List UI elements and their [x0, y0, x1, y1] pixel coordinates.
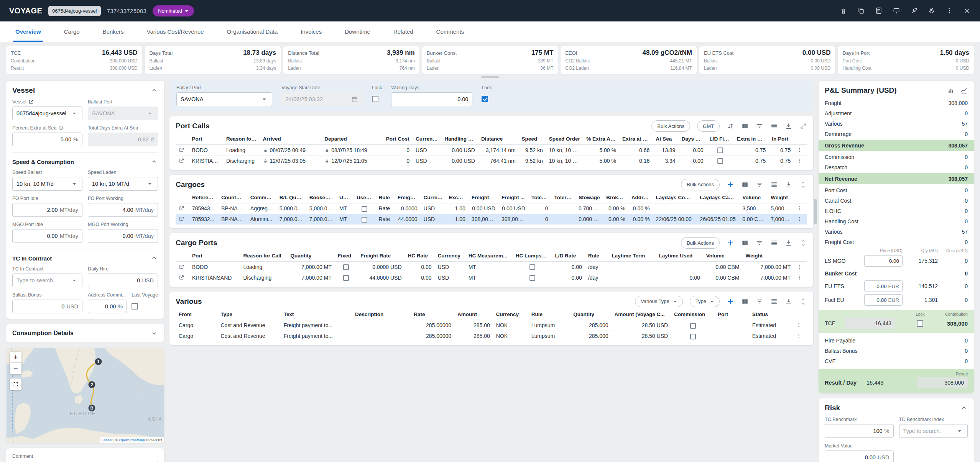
calendar-icon[interactable]: [351, 95, 358, 103]
external-link-icon[interactable]: [28, 99, 34, 105]
col-port-cost[interactable]: Port Cost: [383, 133, 413, 145]
tab-downtime[interactable]: Downtime: [333, 21, 382, 42]
col-hc-lumpsum[interactable]: HC Lumpsum: [513, 250, 552, 262]
col-text[interactable]: Text: [281, 309, 352, 320]
col-volume[interactable]: Volume: [739, 192, 768, 203]
row-checkbox[interactable]: [529, 264, 535, 270]
linkout-icon[interactable]: [179, 264, 184, 270]
fo-port-idle-input[interactable]: 2.00MT/day: [12, 203, 82, 217]
lsmgo-price-input[interactable]: 0.00: [864, 255, 903, 267]
col-extra-at[interactable]: % Extra At ...: [583, 133, 619, 145]
columns-icon[interactable]: [741, 122, 749, 130]
tab-cargo[interactable]: Cargo: [53, 21, 91, 42]
last-voyage-checkbox[interactable]: [132, 303, 138, 310]
col-weight[interactable]: Weight: [768, 192, 794, 203]
monitor-icon[interactable]: [893, 7, 900, 15]
download-icon[interactable]: [785, 122, 793, 130]
col-booked[interactable]: Booked ...: [306, 192, 336, 203]
col-extra-at-sea[interactable]: Extra at Sea: [619, 133, 653, 145]
map-marker-ballast[interactable]: B: [88, 405, 95, 412]
kebab-icon[interactable]: [797, 264, 802, 270]
kebab-icon[interactable]: [797, 147, 802, 153]
daily-hire-input[interactable]: 0USD: [88, 274, 158, 287]
col-l-d-rate[interactable]: L/D Rate: [552, 250, 585, 262]
chevron-up-icon[interactable]: [960, 404, 968, 412]
unfold-icon[interactable]: [799, 298, 807, 305]
col-reason-for-call[interactable]: Reason for Call: [240, 250, 287, 262]
close-icon[interactable]: [963, 7, 971, 15]
tab-invoices[interactable]: Invoices: [289, 21, 333, 42]
col-distance[interactable]: Distance: [478, 133, 519, 145]
density-icon[interactable]: [770, 239, 778, 247]
col-freight-rate[interactable]: Freight Rate: [357, 250, 404, 262]
map-canvas[interactable]: EUROPE ASIA 1 2 B: [6, 348, 164, 443]
kebab-icon[interactable]: [796, 333, 802, 339]
row-checkbox[interactable]: [343, 275, 349, 281]
scrollbar[interactable]: [814, 199, 817, 224]
linkout-icon[interactable]: [179, 216, 184, 222]
col-days-l-d[interactable]: Days L/D: [678, 133, 706, 145]
vessel-select[interactable]: 0675d4ajoug-vessel: [12, 106, 82, 120]
expand-icon[interactable]: [799, 122, 807, 130]
toolbar-button-bulk-actions[interactable]: Bulk Actions: [681, 179, 720, 190]
kebab-icon[interactable]: [945, 7, 953, 15]
col-rule[interactable]: Rule: [585, 250, 609, 262]
col-type[interactable]: Type: [218, 309, 281, 320]
add-icon[interactable]: [727, 239, 734, 247]
col-handling-c[interactable]: Handling C...: [441, 133, 478, 145]
map-marker-1[interactable]: 1: [95, 358, 102, 365]
linkout-icon[interactable]: [179, 205, 184, 211]
address-commission-input[interactable]: 0.00%: [88, 300, 127, 313]
row-checkbox[interactable]: [717, 147, 723, 153]
columns-icon[interactable]: [741, 298, 749, 305]
fo-port-working-input[interactable]: 4.00MT/day: [88, 203, 158, 217]
copy-icon[interactable]: [857, 7, 865, 15]
tc-benchmark-index-select[interactable]: Type to search.: [899, 424, 968, 438]
columns-icon[interactable]: [741, 181, 749, 188]
toolbar-button-bulk-actions[interactable]: Bulk Actions: [681, 237, 720, 249]
col-description[interactable]: Description: [352, 309, 411, 320]
filter-icon[interactable]: [756, 181, 763, 188]
col-laytime-term[interactable]: Laytime Term: [608, 250, 656, 262]
col-speed-order[interactable]: Speed Order: [546, 133, 584, 145]
col-toleran[interactable]: Toleran...: [528, 192, 551, 203]
mgo-port-working-input[interactable]: 0.00MT/day: [88, 229, 158, 243]
euets-price-input[interactable]: 0.00EUR: [864, 280, 903, 292]
market-value-input[interactable]: 0.00USD: [825, 451, 894, 462]
mgo-port-idle-input[interactable]: 0.00MT/day: [12, 229, 82, 243]
bar-chart-icon[interactable]: [947, 87, 955, 94]
columns-icon[interactable]: [741, 239, 749, 247]
col-exchan[interactable]: Exchan...: [446, 192, 469, 203]
toolbar-button-gmt[interactable]: GMT: [697, 120, 720, 132]
calculator-icon[interactable]: [875, 7, 883, 15]
col-fixed[interactable]: Fixed: [335, 250, 358, 262]
col-in-port[interactable]: In Port: [769, 133, 794, 145]
fueleu-price-input[interactable]: 0.00EUR: [864, 294, 903, 306]
tab-related[interactable]: Related: [382, 21, 425, 42]
toolbar-button-various-type[interactable]: Various Type: [635, 296, 683, 307]
zoom-in-button[interactable]: +: [10, 352, 21, 363]
tab-organisational-data[interactable]: Organisational Data: [215, 21, 289, 42]
col-broker-c[interactable]: Broker C...: [603, 192, 628, 203]
unfold-icon[interactable]: [799, 239, 807, 247]
add-icon[interactable]: [727, 181, 734, 188]
col-hc-rate[interactable]: HC Rate: [405, 250, 435, 262]
col-at-sea[interactable]: At Sea: [653, 133, 678, 145]
fullscreen-button[interactable]: [10, 378, 21, 390]
speed-ballast-select[interactable]: 10 kn, 10 MT/d: [12, 177, 82, 191]
map-marker-2[interactable]: 2: [88, 381, 95, 388]
density-icon[interactable]: [770, 181, 778, 188]
col-volume[interactable]: Volume: [703, 250, 743, 262]
waiting-days-lock-checkbox[interactable]: [482, 96, 488, 102]
table-row[interactable]: BODOLoading08/07/25 00:4908/07/25 18:490…: [176, 145, 807, 156]
trash-icon[interactable]: [840, 7, 847, 15]
col-commo[interactable]: Commo...: [247, 192, 276, 203]
density-icon[interactable]: [770, 298, 778, 305]
filter-icon[interactable]: [756, 239, 763, 247]
sort-icon[interactable]: [727, 122, 734, 130]
tc-in-contract-search[interactable]: Type to search...: [12, 274, 82, 287]
col-amount[interactable]: Amount: [454, 309, 493, 320]
col-commission[interactable]: Commission: [671, 309, 715, 320]
col-reason-for[interactable]: Reason for ...: [223, 133, 260, 145]
rocket-icon[interactable]: [928, 7, 936, 15]
